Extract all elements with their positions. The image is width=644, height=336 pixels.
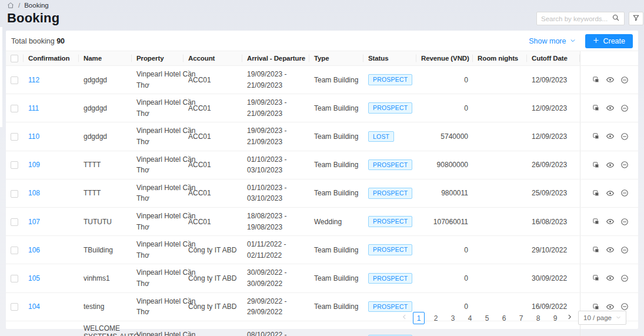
confirmation-link[interactable]: 104 — [28, 302, 40, 311]
cell-arrival-departure: 08/10/2022 - 11/10/2022 — [242, 321, 309, 336]
eye-icon[interactable] — [606, 189, 615, 198]
col-header-property[interactable]: Property — [132, 51, 183, 66]
copy-icon[interactable] — [592, 76, 600, 84]
cell-status: LOST — [363, 122, 416, 151]
confirmation-link[interactable]: 112 — [28, 76, 39, 84]
home-icon[interactable] — [7, 2, 14, 9]
copy-icon[interactable] — [592, 189, 600, 197]
row-checkbox[interactable] — [11, 303, 18, 311]
page-size-select[interactable]: 10 / page — [578, 311, 626, 325]
confirmation-link[interactable]: 106 — [28, 246, 40, 254]
arrival-date: 01/10/2023 - — [247, 154, 305, 165]
select-all-checkbox[interactable] — [11, 55, 18, 62]
pagination-page-button[interactable]: 8 — [532, 312, 544, 324]
cell-cutoff-date: 26/09/2023 — [527, 151, 580, 179]
minus-circle-icon[interactable] — [620, 218, 629, 226]
copy-icon[interactable] — [592, 246, 600, 254]
cell-select — [6, 292, 24, 321]
copy-icon[interactable] — [592, 303, 600, 311]
pagination-page-button[interactable]: 7 — [515, 312, 527, 324]
table-row: 107 TUTUTU Vinpearl Hotel Cần Thơ ACC01 … — [6, 207, 638, 235]
minus-circle-icon[interactable] — [620, 189, 629, 197]
minus-circle-icon[interactable] — [620, 302, 629, 311]
confirmation-link[interactable]: 110 — [28, 132, 39, 141]
cell-confirmation: 103 — [24, 321, 79, 336]
copy-icon[interactable] — [592, 132, 600, 140]
cell-actions — [580, 122, 638, 151]
col-header-cutoff-date[interactable]: Cutoff Date — [527, 51, 580, 66]
row-checkbox[interactable] — [11, 76, 18, 84]
cell-name: WELCOME SYSTEMS-AUTO 08OTT22 31487164 — [79, 321, 132, 336]
eye-icon[interactable] — [606, 104, 615, 112]
minus-circle-icon[interactable] — [620, 161, 629, 169]
pagination-page-button[interactable]: 6 — [498, 312, 510, 324]
cell-room-nights — [473, 66, 527, 94]
breadcrumb-current[interactable]: Booking — [24, 2, 49, 9]
cell-confirmation: 106 — [24, 236, 79, 264]
minus-circle-icon[interactable] — [620, 246, 629, 254]
show-more-toggle[interactable]: Show more — [529, 37, 576, 45]
col-header-account[interactable]: Account — [183, 51, 242, 66]
eye-icon[interactable] — [606, 161, 615, 169]
confirmation-link[interactable]: 111 — [28, 104, 39, 112]
pagination-page-button[interactable]: 9 — [549, 312, 561, 324]
confirmation-link[interactable]: 108 — [28, 189, 40, 197]
cell-name: TTTT — [79, 151, 132, 179]
confirmation-link[interactable]: 109 — [28, 161, 40, 169]
create-button[interactable]: Create — [585, 34, 633, 48]
copy-icon[interactable] — [592, 274, 600, 282]
minus-circle-icon[interactable] — [620, 76, 629, 84]
filter-button[interactable] — [629, 12, 643, 25]
cell-revenue: 9800011 — [416, 179, 473, 207]
eye-icon[interactable] — [606, 75, 615, 84]
row-checkbox[interactable] — [11, 275, 18, 282]
cell-type: Team Building — [309, 179, 363, 207]
row-checkbox[interactable] — [11, 190, 18, 198]
pagination-page-button[interactable]: 4 — [464, 312, 476, 324]
col-header-type[interactable]: Type — [309, 51, 363, 66]
eye-icon[interactable] — [606, 217, 615, 226]
row-checkbox[interactable] — [11, 105, 18, 112]
eye-icon[interactable] — [606, 245, 615, 254]
cell-arrival-departure: 30/09/2022 - 30/09/2022 — [242, 264, 309, 292]
status-badge: PROSPECT — [368, 216, 412, 227]
search-icon[interactable] — [612, 14, 620, 24]
row-checkbox[interactable] — [11, 218, 18, 226]
col-header-room-nights[interactable]: Room nights — [473, 51, 527, 66]
cell-status: PROSPECT — [363, 66, 416, 94]
copy-icon[interactable] — [592, 218, 600, 225]
pagination-page-button[interactable]: 3 — [447, 312, 459, 324]
row-checkbox[interactable] — [11, 161, 18, 169]
copy-icon[interactable] — [592, 161, 600, 169]
cell-cutoff-date: 16/08/2023 — [527, 207, 580, 235]
pagination-page-button[interactable]: 5 — [481, 312, 493, 324]
confirmation-link[interactable]: 105 — [28, 274, 40, 282]
pagination-next-button[interactable] — [566, 314, 573, 322]
copy-icon[interactable] — [592, 104, 600, 112]
pagination-prev-button[interactable] — [401, 314, 408, 322]
pagination-page-button[interactable]: 1 — [413, 312, 425, 324]
breadcrumb-separator: / — [18, 2, 20, 9]
pagination-page-button[interactable]: 2 — [430, 312, 442, 324]
row-checkbox[interactable] — [11, 247, 18, 254]
eye-icon[interactable] — [606, 132, 615, 141]
col-header-status[interactable]: Status — [363, 51, 416, 66]
eye-icon[interactable] — [606, 302, 615, 311]
confirmation-link[interactable]: 107 — [28, 218, 40, 226]
col-header-actions — [580, 51, 638, 66]
cell-property: Vinpearl Hotel Cần Thơ — [132, 321, 183, 336]
row-checkbox[interactable] — [11, 133, 18, 141]
search-input[interactable] — [541, 15, 612, 22]
col-header-revenue[interactable]: Revenue (VND) — [416, 51, 473, 66]
search-box[interactable] — [536, 12, 625, 25]
minus-circle-icon[interactable] — [620, 104, 629, 112]
col-header-arrival-departure[interactable]: Arrival - Departure — [242, 51, 309, 66]
eye-icon[interactable] — [606, 274, 615, 282]
minus-circle-icon[interactable] — [620, 274, 629, 282]
col-header-name[interactable]: Name — [79, 51, 132, 66]
col-header-confirmation[interactable]: Confirmation — [24, 51, 79, 66]
cell-select — [6, 321, 24, 336]
arrival-date: 19/09/2023 - — [247, 125, 305, 137]
minus-circle-icon[interactable] — [620, 132, 629, 141]
status-badge: PROSPECT — [368, 102, 412, 114]
